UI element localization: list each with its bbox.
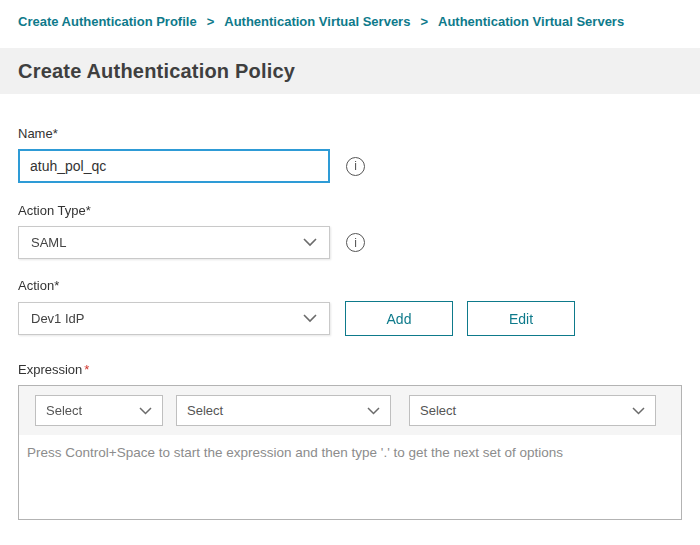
- breadcrumb-separator-icon: >: [420, 14, 428, 29]
- expression-select-1-value: Select: [46, 403, 82, 418]
- page-title: Create Authentication Policy: [18, 60, 295, 83]
- name-label: Name*: [18, 126, 682, 141]
- action-select-value: Dev1 IdP: [31, 311, 84, 326]
- name-input[interactable]: [18, 149, 330, 183]
- expression-label-text: Expression: [18, 362, 82, 377]
- action-type-select-value: SAML: [31, 235, 66, 250]
- action-row: Dev1 IdP Add Edit: [18, 301, 682, 336]
- info-icon[interactable]: i: [346, 157, 365, 176]
- chevron-down-icon: [303, 238, 317, 247]
- expression-editor: Select Select Select: [18, 385, 682, 520]
- expression-select-1[interactable]: Select: [35, 395, 163, 426]
- action-type-select[interactable]: SAML: [18, 226, 330, 259]
- chevron-down-icon: [367, 407, 380, 415]
- name-row: i: [18, 149, 682, 183]
- expression-select-2-value: Select: [187, 403, 223, 418]
- action-type-row: SAML i: [18, 226, 682, 259]
- expression-select-3[interactable]: Select: [409, 395, 656, 426]
- expression-label: Expression*: [18, 362, 682, 377]
- add-button[interactable]: Add: [345, 301, 453, 336]
- create-authentication-policy-page: Create Authentication Profile>Authentica…: [0, 0, 700, 520]
- expression-toolbar: Select Select Select: [19, 386, 681, 435]
- breadcrumb-item-create-authentication-profile[interactable]: Create Authentication Profile: [18, 14, 197, 29]
- breadcrumb-item-authentication-virtual-servers[interactable]: Authentication Virtual Servers: [224, 14, 410, 29]
- info-icon[interactable]: i: [346, 233, 365, 252]
- page-header: Create Authentication Policy: [0, 48, 700, 94]
- create-policy-form: Name* i Action Type* SAML i Action* Dev1…: [0, 126, 700, 520]
- expression-select-2[interactable]: Select: [176, 395, 391, 426]
- breadcrumb: Create Authentication Profile>Authentica…: [0, 0, 700, 29]
- expression-input[interactable]: [19, 435, 681, 519]
- expression-select-3-value: Select: [420, 403, 456, 418]
- edit-button[interactable]: Edit: [467, 301, 575, 336]
- action-label: Action*: [18, 278, 682, 293]
- chevron-down-icon: [303, 314, 317, 323]
- breadcrumb-separator-icon: >: [207, 14, 215, 29]
- required-asterisk: *: [84, 362, 89, 377]
- chevron-down-icon: [139, 407, 152, 415]
- action-type-label: Action Type*: [18, 203, 682, 218]
- chevron-down-icon: [632, 407, 645, 415]
- action-select[interactable]: Dev1 IdP: [18, 302, 330, 335]
- breadcrumb-item-authentication-virtual-servers-2[interactable]: Authentication Virtual Servers: [438, 14, 624, 29]
